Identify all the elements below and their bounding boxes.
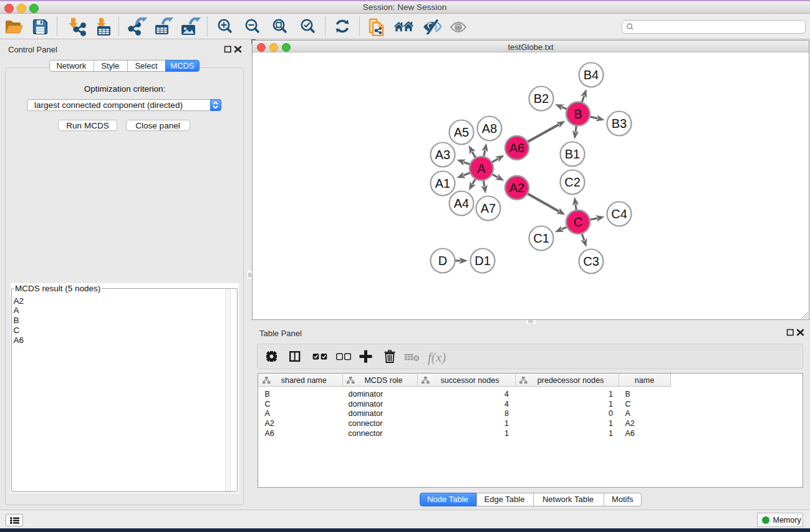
svg-text:C4: C4: [611, 207, 627, 221]
svg-text:B2: B2: [534, 92, 549, 105]
svg-text:A5: A5: [454, 125, 469, 139]
svg-text:B4: B4: [584, 68, 599, 82]
svg-text:C1: C1: [533, 231, 549, 245]
svg-text:A6: A6: [509, 141, 524, 155]
svg-text:A7: A7: [481, 201, 496, 215]
svg-text:B1: B1: [565, 147, 580, 161]
svg-text:A1: A1: [435, 177, 450, 190]
svg-text:A3: A3: [435, 148, 450, 162]
svg-text:C: C: [574, 215, 582, 229]
svg-text:B3: B3: [612, 117, 627, 130]
svg-text:A2: A2: [509, 181, 524, 195]
svg-text:C2: C2: [564, 175, 581, 189]
svg-text:A4: A4: [454, 196, 469, 210]
svg-text:D: D: [438, 254, 447, 268]
svg-text:B: B: [574, 107, 582, 121]
svg-text:D1: D1: [475, 254, 491, 268]
svg-text:A8: A8: [482, 122, 497, 135]
svg-text:C3: C3: [583, 254, 599, 268]
svg-text:A: A: [477, 162, 486, 175]
